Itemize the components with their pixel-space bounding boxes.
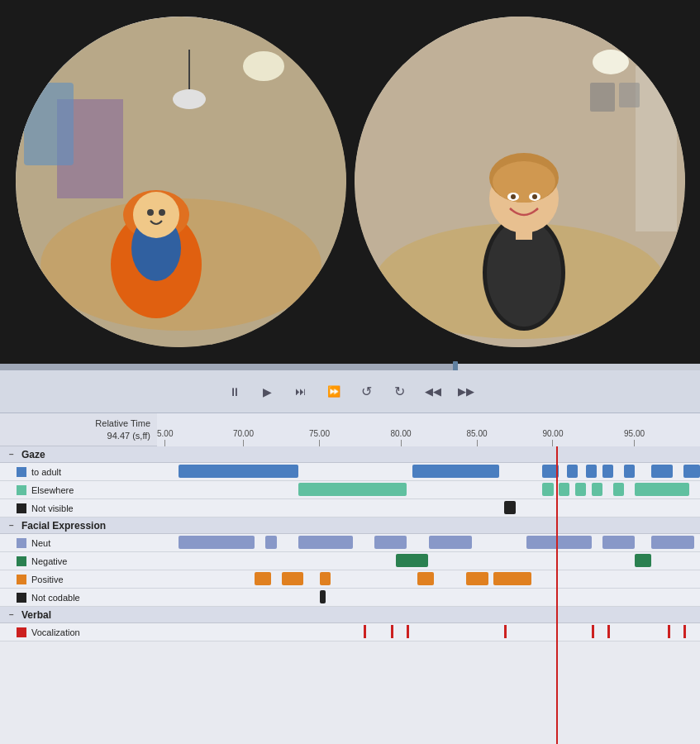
block: [417, 572, 434, 585]
elsewhere-content[interactable]: [157, 481, 700, 498]
track-row-positive: Positive: [0, 570, 700, 589]
track-label-negative: Negative: [0, 556, 157, 566]
tick: [683, 625, 686, 638]
timeline-area: Relative Time 94.47 (s,ff) 5.00 70.00 75…: [0, 413, 700, 744]
vocalization-color: [17, 627, 26, 637]
positive-color: [17, 575, 26, 584]
facial-expand[interactable]: − Facial Expression: [0, 520, 157, 532]
fisheye-right: [355, 17, 685, 347]
video-area: [0, 0, 700, 364]
block: [575, 483, 586, 496]
to-adult-content[interactable]: [157, 463, 700, 480]
progress-bar[interactable]: [0, 364, 700, 370]
not-visible-text: Not visible: [31, 503, 74, 513]
neut-content[interactable]: [157, 534, 700, 551]
ruler-mark-70: 70.00: [233, 429, 254, 446]
svg-point-22: [511, 194, 516, 199]
block: [651, 536, 695, 549]
prev-button[interactable]: ◀◀: [423, 382, 443, 402]
block: [429, 536, 473, 549]
svg-point-20: [493, 161, 555, 203]
facial-collapse-btn[interactable]: −: [7, 521, 17, 531]
svg-point-25: [593, 50, 629, 74]
refresh-button[interactable]: ↻: [390, 382, 410, 402]
block: [624, 465, 635, 478]
block: [683, 465, 700, 478]
relative-time-label: Relative Time: [95, 417, 150, 429]
gaze-label: Gaze: [21, 449, 45, 460]
verbal-header-track: [157, 607, 700, 622]
rewind-button[interactable]: ↺: [357, 382, 377, 402]
block: [396, 554, 428, 567]
track-label-vocalization: Vocalization: [0, 627, 157, 637]
block: [602, 465, 613, 478]
facial-label: Facial Expression: [21, 520, 106, 532]
progress-fill: [0, 364, 455, 370]
to-adult-color: [17, 467, 26, 477]
block: [493, 572, 531, 585]
track-label-not-visible: Not visible: [0, 503, 157, 513]
verbal-header: − Verbal: [0, 607, 700, 623]
block: [559, 483, 569, 496]
svg-rect-11: [24, 83, 74, 165]
step-forward2-button[interactable]: ⏩: [324, 382, 344, 402]
track-row-elsewhere: Elsewhere: [0, 481, 700, 499]
verbal-collapse-btn[interactable]: −: [7, 610, 17, 620]
block: [298, 536, 353, 549]
block: [586, 465, 597, 478]
tick: [668, 625, 670, 638]
tick: [504, 625, 507, 638]
negative-content[interactable]: [157, 552, 700, 570]
ruler-mark-80: 80.00: [391, 429, 412, 446]
timeline-label-col: Relative Time 94.47 (s,ff): [0, 417, 157, 441]
svg-rect-26: [636, 66, 677, 231]
neut-text: Neut: [31, 538, 50, 548]
step-forward-button[interactable]: ⏭: [291, 382, 311, 402]
block: [651, 465, 673, 478]
block: [265, 536, 276, 549]
verbal-expand[interactable]: − Verbal: [0, 609, 157, 621]
tick: [407, 625, 409, 638]
verbal-label: Verbal: [21, 609, 51, 621]
not-codable-content[interactable]: [157, 589, 700, 606]
ruler-mark-75: 75.00: [309, 429, 330, 446]
track-row-not-codable: Not codable: [0, 589, 700, 607]
timeline-header: Relative Time 94.47 (s,ff) 5.00 70.00 75…: [0, 413, 700, 446]
vocalization-content[interactable]: [157, 623, 700, 641]
block: [412, 465, 499, 478]
block: [466, 572, 488, 585]
block: [255, 572, 271, 585]
block: [504, 501, 515, 514]
block: [542, 483, 553, 496]
negative-color: [17, 556, 26, 566]
ruler-label: 85.00: [466, 429, 487, 438]
not-codable-text: Not codable: [31, 593, 80, 603]
not-visible-content[interactable]: [157, 499, 700, 517]
next-button[interactable]: ▶▶: [456, 382, 476, 402]
svg-rect-27: [590, 83, 615, 112]
play-button[interactable]: ▶: [258, 382, 278, 402]
facial-header-track: [157, 517, 700, 533]
track-row-neut: Neut: [0, 534, 700, 552]
gaze-expand[interactable]: − Gaze: [0, 449, 157, 460]
ruler-label: 80.00: [391, 429, 412, 438]
gaze-header-track: [157, 446, 700, 462]
not-visible-color: [17, 503, 26, 513]
track-label-to-adult: to adult: [0, 467, 157, 477]
pause-button[interactable]: ⏸: [225, 382, 245, 402]
timeline-ruler[interactable]: 5.00 70.00 75.00 80.00 85.00 90.00 95.00: [157, 413, 700, 446]
svg-point-7: [159, 209, 165, 216]
block: [179, 465, 298, 478]
ruler-mark-5: 5.00: [157, 429, 173, 446]
tick: [364, 625, 366, 638]
track-label-neut: Neut: [0, 538, 157, 548]
block: [320, 572, 331, 585]
svg-point-9: [173, 89, 206, 109]
ruler-label: 90.00: [542, 429, 563, 438]
gaze-collapse-btn[interactable]: −: [7, 450, 17, 460]
ruler-mark-85: 85.00: [466, 429, 487, 446]
positive-content[interactable]: [157, 570, 700, 588]
block: [567, 465, 578, 478]
block: [179, 536, 255, 549]
negative-text: Negative: [31, 556, 67, 566]
